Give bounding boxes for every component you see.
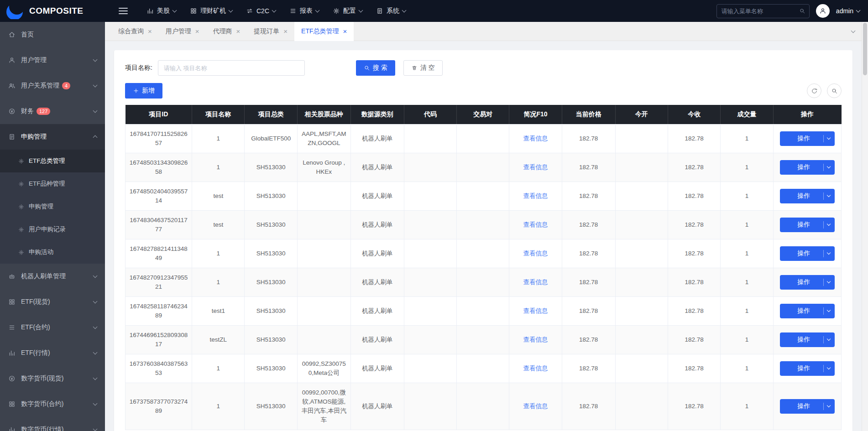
user-menu[interactable]: admin xyxy=(836,7,860,15)
view-info-link[interactable]: 查看信息 xyxy=(523,192,548,199)
sidebar-item-etf-spot[interactable]: ETF(现货) xyxy=(0,289,105,315)
menu-toggle-icon[interactable] xyxy=(119,6,128,16)
cell-f10: 查看信息 xyxy=(509,182,562,210)
view-info-link[interactable]: 查看信息 xyxy=(523,279,548,286)
project-name-input[interactable] xyxy=(158,60,305,76)
col-header: 今开 xyxy=(615,105,668,124)
cell-today-open xyxy=(615,239,668,268)
cell-today-open xyxy=(615,354,668,383)
vertical-scrollbar[interactable] xyxy=(862,22,868,431)
sidebar-item-etf-contract[interactable]: ETF(合约) xyxy=(0,315,105,340)
table-header-row: 项目ID 项目名称 项目总类 相关股票品种 数据源类别 代码 交易对 简况F10… xyxy=(125,105,842,124)
cell-current-price: 182.78 xyxy=(562,182,615,210)
close-icon[interactable]: × xyxy=(283,28,288,35)
row-action-button[interactable]: 操作 xyxy=(780,131,835,146)
cell-project-id: 1674827091234795521 xyxy=(125,268,192,296)
filter-bar: 项目名称: 搜 索 清 空 xyxy=(125,60,842,76)
cell-data-source: 机器人刷单 xyxy=(350,182,404,210)
sidebar-item-robot-trading[interactable]: 机器人刷单管理 xyxy=(0,264,105,289)
cell-data-source: 机器人刷单 xyxy=(350,210,404,239)
close-icon[interactable]: × xyxy=(195,28,199,35)
cell-volume: 1 xyxy=(721,383,773,430)
sidebar-item-etf-market[interactable]: ETF(行情) xyxy=(0,340,105,366)
row-action-button[interactable]: 操作 xyxy=(780,218,835,232)
cell-current-price: 182.78 xyxy=(562,354,615,383)
topbar-menu-config[interactable]: 配置 xyxy=(326,0,369,22)
cell-volume: 1 xyxy=(721,124,773,153)
view-info-link[interactable]: 查看信息 xyxy=(523,365,548,372)
cell-trading-pair xyxy=(456,210,509,239)
menu-search-input[interactable] xyxy=(722,8,795,15)
cell-project-category: SH513030 xyxy=(245,354,297,383)
sidebar-item-user-management[interactable]: 用户管理 xyxy=(0,47,105,73)
chevron-down-icon xyxy=(827,251,831,254)
view-info-link[interactable]: 查看信息 xyxy=(523,307,548,314)
sidebar-item-etf-category-management[interactable]: ETF总类管理 xyxy=(0,150,105,172)
avatar[interactable] xyxy=(816,4,830,18)
sidebar-item-etf-variety-management[interactable]: ETF品种管理 xyxy=(0,172,105,195)
cell-current-price: 182.78 xyxy=(562,325,615,354)
refresh-button[interactable] xyxy=(807,83,821,98)
tab-etf-category-management[interactable]: ETF总类管理 × xyxy=(294,22,354,41)
topbar-menu-reports[interactable]: 报表 xyxy=(282,0,326,22)
list-icon xyxy=(289,7,297,15)
view-info-link[interactable]: 查看信息 xyxy=(523,164,548,171)
cell-volume: 1 xyxy=(721,182,773,210)
cell-project-name: 1 xyxy=(192,124,245,153)
view-info-link[interactable]: 查看信息 xyxy=(523,403,548,410)
sidebar-item-user-subscription-records[interactable]: 用户申购记录 xyxy=(0,218,105,241)
close-icon[interactable]: × xyxy=(236,28,241,35)
search-icon xyxy=(831,88,838,94)
row-action-button[interactable]: 操作 xyxy=(780,189,835,203)
search-button[interactable]: 搜 索 xyxy=(356,60,395,76)
divider xyxy=(823,365,824,372)
cell-data-source: 机器人刷单 xyxy=(350,268,404,296)
scrollbar-thumb[interactable] xyxy=(863,23,867,75)
search-icon xyxy=(364,65,370,71)
close-icon[interactable]: × xyxy=(343,28,347,35)
sidebar-item-user-relations[interactable]: 用户关系管理 4 xyxy=(0,73,105,99)
chevron-down-icon xyxy=(827,136,831,140)
tab-list-dropdown[interactable] xyxy=(844,22,862,41)
table-row: 1674469615280930817 testZL SH513030 机器人刷… xyxy=(125,325,842,354)
row-action-button[interactable]: 操作 xyxy=(780,160,835,175)
tab-composite-query[interactable]: 综合查询 × xyxy=(111,22,159,41)
row-action-button[interactable]: 操作 xyxy=(780,361,835,376)
cell-related-stocks xyxy=(297,296,350,325)
sidebar-item-crypto-contract[interactable]: 数字货币(合约) xyxy=(0,391,105,417)
column-search-button[interactable] xyxy=(827,83,842,98)
topbar-menu-system[interactable]: 系统 xyxy=(369,0,413,22)
search-icon[interactable] xyxy=(799,8,805,14)
row-action-button[interactable]: 操作 xyxy=(780,246,835,261)
sidebar-item-crypto-spot[interactable]: 数字货币(现货) xyxy=(0,366,105,391)
divider xyxy=(823,336,824,343)
sidebar-item-crypto-market[interactable]: 数字货币(行情) xyxy=(0,417,105,431)
view-info-link[interactable]: 查看信息 xyxy=(523,336,548,343)
topbar-menu-us-stocks[interactable]: 美股 xyxy=(140,0,183,22)
logo-crescent-icon xyxy=(5,3,25,19)
add-button[interactable]: 新增 xyxy=(125,83,162,99)
tab-agent[interactable]: 代理商 × xyxy=(206,22,247,41)
sidebar-item-subscription-management[interactable]: 申购管理 xyxy=(0,124,105,150)
col-header: 相关股票品种 xyxy=(297,105,350,124)
sidebar-item-home[interactable]: 首页 xyxy=(0,22,105,47)
sidebar-item-subscription[interactable]: 申购管理 xyxy=(0,195,105,218)
row-action-button[interactable]: 操作 xyxy=(780,275,835,290)
cell-action: 操作 xyxy=(773,383,841,430)
clear-button[interactable]: 清 空 xyxy=(403,60,443,76)
close-icon[interactable]: × xyxy=(148,28,152,35)
topbar-menu-wealth-mining[interactable]: 理财矿机 xyxy=(183,0,239,22)
cell-trading-pair xyxy=(456,383,509,430)
sidebar-item-subscription-activity[interactable]: 申购活动 xyxy=(0,241,105,264)
topbar-menu-c2c[interactable]: C2C xyxy=(239,0,282,22)
tab-withdrawal-orders[interactable]: 提现订单 × xyxy=(247,22,294,41)
tab-user-management[interactable]: 用户管理 × xyxy=(159,22,206,41)
row-action-button[interactable]: 操作 xyxy=(780,332,835,347)
view-info-link[interactable]: 查看信息 xyxy=(523,221,548,228)
view-info-link[interactable]: 查看信息 xyxy=(523,250,548,257)
sidebar-item-finance[interactable]: 财务 127 xyxy=(0,99,105,124)
row-action-button[interactable]: 操作 xyxy=(780,399,835,414)
menu-search-box xyxy=(716,4,810,18)
view-info-link[interactable]: 查看信息 xyxy=(523,135,548,142)
row-action-button[interactable]: 操作 xyxy=(780,304,835,318)
